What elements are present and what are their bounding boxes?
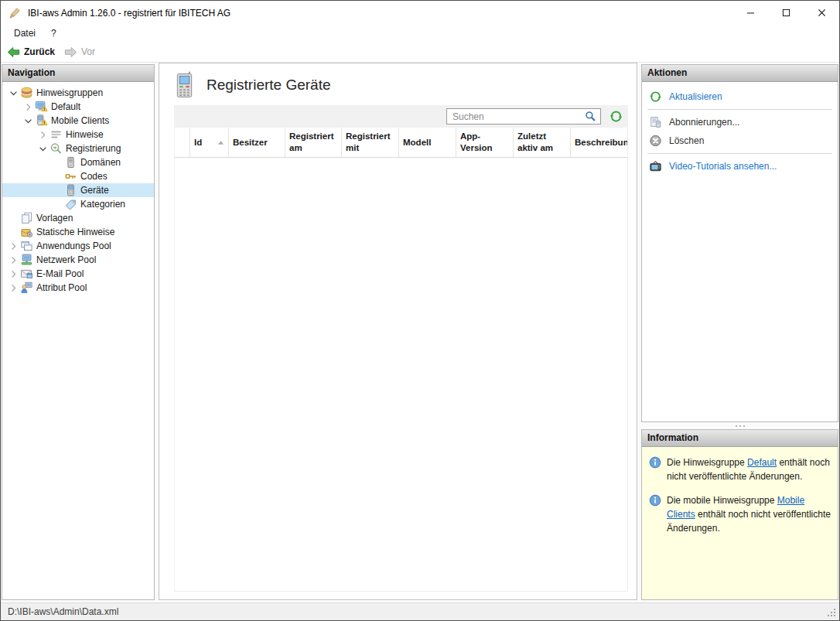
forward-button[interactable]: Vor xyxy=(62,46,97,59)
search-input[interactable] xyxy=(447,111,585,122)
menu-datei[interactable]: Datei xyxy=(6,26,43,40)
menu-help[interactable]: ? xyxy=(43,26,64,40)
info-body: Die Hinweisgruppe Default enthält noch n… xyxy=(642,447,838,599)
action-video-tutorials-ansehen[interactable]: Video-Tutorials ansehen... xyxy=(642,157,838,176)
stack-icon xyxy=(20,87,33,99)
title-bar[interactable]: IBI-aws Admin 1.26.0 - registriert für I… xyxy=(1,1,839,25)
monitor-warning-icon xyxy=(35,101,48,113)
navigation-panel: Navigation HinweisgruppenDefaultMobile C… xyxy=(2,64,155,600)
info-icon xyxy=(649,494,661,507)
status-text: D:\IBI-aws\Admin\Data.xml xyxy=(8,606,118,617)
tree-item-kategorien[interactable]: Kategorien xyxy=(2,197,154,211)
subscriptions-icon xyxy=(649,116,662,128)
minimize-button[interactable] xyxy=(732,1,768,25)
information-panel: Information Die Hinweisgruppe Default en… xyxy=(641,429,838,600)
chevron-right-icon[interactable] xyxy=(7,268,20,280)
column-header-registriert-am[interactable]: Registriert am xyxy=(285,128,342,157)
info-notice: Die mobile Hinweisgruppe Mobile Clients … xyxy=(649,493,831,535)
action-löschen[interactable]: Löschen xyxy=(642,131,838,150)
tree-item-netzwerk-pool[interactable]: Netzwerk Pool xyxy=(2,253,154,267)
tree-item-attribut-pool[interactable]: Attribut Pool xyxy=(2,281,154,295)
forward-label: Vor xyxy=(81,46,95,57)
grid-body[interactable] xyxy=(175,158,627,591)
actions-separator xyxy=(647,109,832,110)
tree-item-e-mail-pool[interactable]: E-Mail Pool xyxy=(2,267,154,281)
tree-item-domänen[interactable]: Domänen xyxy=(2,155,154,169)
tree-item-codes[interactable]: Codes xyxy=(2,169,154,183)
navigation-header: Navigation xyxy=(2,65,154,82)
actions-header: Aktionen xyxy=(642,65,838,82)
main-panel: Registrierte Geräte IdBesitzerRegistrier… xyxy=(159,63,637,600)
column-header-row-selector[interactable] xyxy=(175,128,190,157)
attribute-icon xyxy=(20,281,33,294)
tree-item-default[interactable]: Default xyxy=(2,100,154,114)
app-window: IBI-aws Admin 1.26.0 - registriert für I… xyxy=(0,0,840,621)
info-notice: Die Hinweisgruppe Default enthält noch n… xyxy=(649,456,831,483)
content-area: Navigation HinweisgruppenDefaultMobile C… xyxy=(1,63,839,602)
column-header-besitzer[interactable]: Besitzer xyxy=(229,128,285,157)
mail-icon xyxy=(20,268,33,280)
tree-item-geräte[interactable]: Geräte xyxy=(2,183,154,197)
tree-item-hinweise[interactable]: Hinweise xyxy=(2,128,154,142)
table-toolbar xyxy=(174,105,628,128)
forward-arrow-icon xyxy=(64,46,77,58)
chevron-right-icon[interactable] xyxy=(7,241,20,252)
expander-spacer xyxy=(51,185,64,196)
expander-spacer xyxy=(7,213,20,224)
tree-item-mobile-clients[interactable]: Mobile Clients xyxy=(2,114,154,128)
column-header-zuletzt-aktiv-am[interactable]: Zuletzt aktiv am xyxy=(514,128,571,157)
registration-icon xyxy=(50,142,63,155)
chevron-right-icon[interactable] xyxy=(7,254,20,266)
actions-separator xyxy=(647,153,832,154)
tree-item-registrierung[interactable]: Registrierung xyxy=(2,142,154,155)
action-abonnierungen[interactable]: Abonnierungen... xyxy=(642,113,838,131)
apps-icon xyxy=(20,240,33,252)
tag-icon xyxy=(64,198,77,210)
key-icon xyxy=(64,170,77,183)
devices-icon xyxy=(174,71,195,98)
toolbar: Zurück Vor xyxy=(1,42,839,63)
actions-body: AktualisierenAbonnierungen...LöschenVide… xyxy=(642,82,838,421)
actions-panel: Aktionen AktualisierenAbonnierungen...Lö… xyxy=(641,64,838,422)
notice-link-default[interactable]: Default xyxy=(747,457,777,468)
column-header-app-version[interactable]: App-Version xyxy=(456,128,514,157)
search-icon[interactable] xyxy=(585,111,596,122)
expander-spacer xyxy=(51,199,64,210)
column-header-modell[interactable]: Modell xyxy=(399,128,456,157)
device-icon xyxy=(64,184,77,196)
status-bar: D:\IBI-aws\Admin\Data.xml xyxy=(1,602,839,620)
static-notes-icon xyxy=(20,226,33,238)
chevron-right-icon[interactable] xyxy=(7,282,20,294)
column-header-id[interactable]: Id xyxy=(190,128,229,157)
chevron-right-icon[interactable] xyxy=(22,101,35,113)
tree-item-statische-hinweise[interactable]: Statische Hinweise xyxy=(2,225,154,239)
grid-header: IdBesitzerRegistriert amRegistriert mitM… xyxy=(175,128,627,158)
tree-item-anwendungs-pool[interactable]: Anwendungs Pool xyxy=(2,239,154,253)
close-button[interactable] xyxy=(804,1,839,25)
expander-spacer xyxy=(7,227,20,238)
tree-item-vorlagen[interactable]: Vorlagen xyxy=(2,211,154,225)
chevron-down-icon[interactable] xyxy=(22,115,35,127)
tree-item-hinweisgruppen[interactable]: Hinweisgruppen xyxy=(2,86,154,100)
maximize-button[interactable] xyxy=(768,1,804,25)
maximize-icon xyxy=(782,9,790,17)
nav-tree: HinweisgruppenDefaultMobile ClientsHinwe… xyxy=(2,82,154,599)
chevron-down-icon[interactable] xyxy=(36,143,50,155)
chevron-right-icon[interactable] xyxy=(36,129,50,141)
templates-icon xyxy=(20,212,33,224)
minimize-icon xyxy=(746,9,755,17)
delete-icon xyxy=(649,135,662,147)
back-label: Zurück xyxy=(24,46,55,57)
refresh-icon[interactable] xyxy=(610,110,623,123)
chevron-down-icon[interactable] xyxy=(7,87,20,99)
action-aktualisieren[interactable]: Aktualisieren xyxy=(642,87,838,106)
notice-link-mobile-clients[interactable]: Mobile Clients xyxy=(667,495,804,520)
menubar: Datei? xyxy=(1,25,839,42)
column-header-beschreibung[interactable]: Beschreibung xyxy=(571,128,627,157)
page-title: Registrierte Geräte xyxy=(207,77,331,94)
panel-splitter[interactable] xyxy=(641,422,838,429)
back-button[interactable]: Zurück xyxy=(5,46,57,59)
resize-grip-icon[interactable] xyxy=(827,608,837,618)
expander-spacer xyxy=(51,157,64,169)
column-header-registriert-mit[interactable]: Registriert mit xyxy=(342,128,399,157)
